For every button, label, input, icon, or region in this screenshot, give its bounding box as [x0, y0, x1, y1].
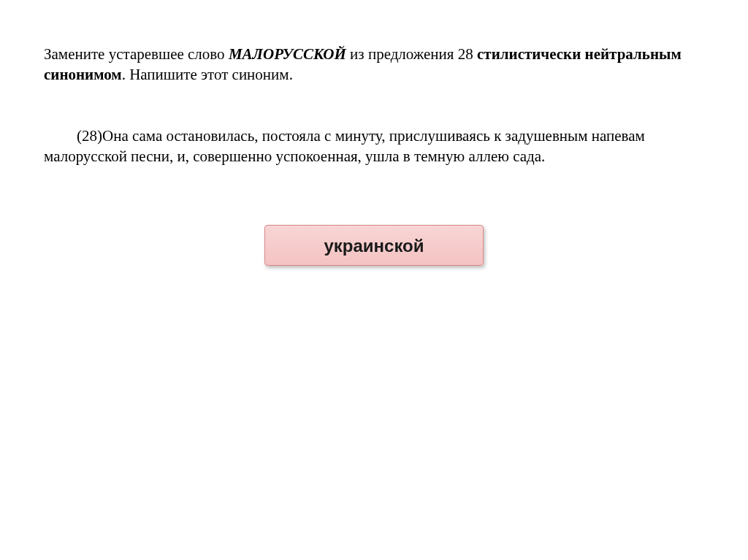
document-content: Замените устаревшее слово МАЛОРУССКОЙ из…	[0, 0, 748, 266]
example-sentence: (28)Она сама остановилась, постояла с ми…	[44, 126, 704, 167]
answer-box: украинской	[264, 225, 484, 266]
task-middle: из предложения 28	[346, 45, 477, 63]
task-target-word: МАЛОРУССКОЙ	[229, 45, 346, 63]
task-prefix: Замените устаревшее слово	[44, 45, 229, 63]
task-suffix: . Напишите этот синоним.	[122, 66, 293, 83]
task-instruction: Замените устаревшее слово МАЛОРУССКОЙ из…	[44, 44, 704, 85]
